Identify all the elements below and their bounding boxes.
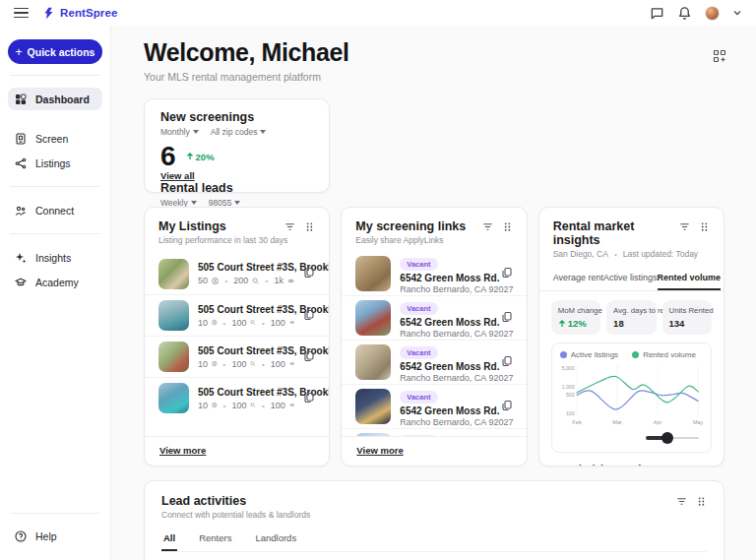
listing-row[interactable]: 505 Court Street #3S, Brooklyn 10 100 10… bbox=[145, 336, 329, 377]
view-more-link[interactable]: View more bbox=[356, 445, 403, 456]
copy-icon[interactable] bbox=[501, 398, 513, 415]
trend-up-icon bbox=[558, 320, 566, 328]
svg-text:Feb: Feb bbox=[572, 419, 582, 425]
property-thumbnail bbox=[355, 300, 391, 336]
view-more-link[interactable]: View more bbox=[159, 445, 206, 456]
tab-all[interactable]: All bbox=[161, 530, 177, 551]
trend-up-icon bbox=[186, 153, 194, 160]
drag-handle-icon[interactable] bbox=[699, 221, 710, 232]
customize-dashboard-icon[interactable] bbox=[713, 49, 726, 63]
listing-row[interactable]: 505 Court Street #3S, Brooklyn 10 100 10… bbox=[145, 294, 329, 336]
drag-handle-icon[interactable] bbox=[304, 221, 315, 232]
caret-down-icon bbox=[191, 201, 197, 205]
insights-chart-box: Active listings Rented volume FebMarAprM… bbox=[551, 342, 712, 453]
lead-activities-card: Lead activities Connect with potential l… bbox=[144, 480, 724, 560]
insights-location: San Diego, CA bbox=[553, 249, 608, 259]
user-avatar[interactable] bbox=[705, 6, 720, 21]
bell-icon[interactable] bbox=[677, 6, 692, 21]
screening-link-row[interactable]: Vacant 6542 Green Moss Rd. Rancho Bernar… bbox=[342, 295, 526, 340]
insights-tabs: Average rent Active listings Rented volu… bbox=[539, 268, 724, 291]
views-icon bbox=[289, 359, 295, 368]
listing-address: 505 Court Street #3S, Brooklyn bbox=[198, 387, 294, 398]
insights-chart: FebMarAprMay5,0001,000500100 bbox=[560, 361, 703, 430]
rentspree-logo[interactable]: RentSpree bbox=[42, 7, 117, 20]
mom-change-chip: MoM change 12% bbox=[551, 300, 600, 335]
tab-rented-volume[interactable]: Rented volume bbox=[658, 268, 722, 290]
tab-active-listings[interactable]: Active listings bbox=[603, 268, 658, 290]
property-city: Rancho Bernardo, CA 92027 bbox=[400, 329, 491, 339]
search-icon bbox=[252, 277, 259, 285]
listing-address: 505 Court Street #3S, Brooklyn bbox=[198, 345, 294, 356]
filter-icon[interactable] bbox=[482, 221, 493, 232]
property-city: Rancho Bernardo, CA 92027 bbox=[400, 284, 491, 294]
chart-range-slider[interactable] bbox=[646, 432, 699, 444]
search-icon bbox=[250, 318, 256, 327]
copy-icon[interactable] bbox=[501, 265, 513, 282]
menu-icon[interactable] bbox=[14, 8, 29, 19]
copy-icon[interactable] bbox=[303, 348, 315, 366]
more-insights-link[interactable]: More insights bbox=[554, 463, 615, 467]
copy-icon[interactable] bbox=[303, 390, 315, 407]
zipcode-filter-dropdown[interactable]: All zip codes bbox=[211, 127, 267, 137]
leads-icon bbox=[212, 318, 218, 327]
listing-stats: 10 100 100 bbox=[198, 401, 294, 410]
caret-down-icon bbox=[260, 130, 266, 134]
filter-icon[interactable] bbox=[676, 496, 687, 507]
period-filter-dropdown[interactable]: Monthly bbox=[160, 127, 199, 137]
stat-card: New screenings Monthly All zip codes 6 bbox=[160, 110, 313, 181]
tab-average-rent[interactable]: Average rent bbox=[553, 268, 603, 290]
sidebar-item-insights[interactable]: Insights bbox=[8, 246, 102, 269]
tab-landlords[interactable]: Landlords bbox=[253, 530, 298, 551]
vacancy-badge: Vacant bbox=[400, 391, 437, 404]
slider-knob[interactable] bbox=[662, 432, 673, 444]
svg-text:Apr: Apr bbox=[654, 419, 662, 425]
screening-link-row[interactable]: Vacant 6542 Green Moss Rd. Rancho Bernar… bbox=[342, 384, 526, 428]
filter-icon[interactable] bbox=[679, 221, 690, 232]
screening-link-row[interactable]: Vacant 6542 Green Moss Rd. Rancho Bernar… bbox=[342, 428, 526, 436]
sidebar-item-academy[interactable]: Academy bbox=[8, 271, 102, 293]
drag-handle-icon[interactable] bbox=[696, 496, 707, 507]
svg-text:Mar: Mar bbox=[612, 419, 622, 425]
chevron-down-icon[interactable] bbox=[732, 8, 742, 18]
search-icon bbox=[250, 359, 256, 368]
sidebar-item-connect[interactable]: Connect bbox=[8, 199, 102, 221]
screening-link-row[interactable]: Vacant 6542 Green Moss Rd. Rancho Bernar… bbox=[342, 340, 526, 384]
tab-renters[interactable]: Renters bbox=[197, 530, 233, 551]
sidebar-item-screen[interactable]: Screen bbox=[8, 127, 102, 150]
listing-row[interactable]: 505 Court Street #3S, Brooklyn 10 100 10… bbox=[145, 377, 329, 418]
property-thumbnail bbox=[355, 389, 391, 424]
my-listings-subtitle: Listing performance in last 30 days bbox=[158, 235, 284, 245]
screening-links-subtitle: Easily share ApplyLinks bbox=[355, 235, 481, 245]
market-insights-title: Rental market insights bbox=[553, 219, 679, 247]
rentspree-logo-icon bbox=[42, 7, 55, 20]
copy-icon[interactable] bbox=[501, 353, 513, 371]
view-report-link[interactable]: View report bbox=[632, 463, 683, 467]
copy-icon[interactable] bbox=[501, 309, 513, 327]
widgets-row: My Listings Listing performance in last … bbox=[144, 207, 724, 467]
drag-handle-icon[interactable] bbox=[502, 221, 513, 232]
insights-stat-chips: MoM change 12% Avg. days to rent 18 Unit… bbox=[539, 291, 724, 335]
screening-link-row[interactable]: Vacant 6542 Green Moss Rd. Rancho Bernar… bbox=[342, 251, 526, 295]
listing-thumbnail bbox=[158, 342, 189, 372]
days-to-rent-chip: Avg. days to rent 18 bbox=[606, 300, 656, 335]
property-thumbnail bbox=[355, 344, 391, 380]
listing-row[interactable]: 505 Court Street #3S, Brooklyn 50 200 1k bbox=[145, 253, 329, 294]
chat-icon[interactable] bbox=[650, 6, 664, 21]
property-address: 6542 Green Moss Rd. bbox=[400, 317, 491, 328]
filter-icon[interactable] bbox=[284, 221, 295, 232]
lead-tabs: All Renters Landlords bbox=[161, 530, 707, 552]
copy-icon[interactable] bbox=[303, 307, 315, 325]
quick-actions-button[interactable]: + Quick actions bbox=[8, 39, 102, 64]
sidebar-item-help[interactable]: Help bbox=[8, 525, 102, 547]
screen-icon bbox=[15, 133, 27, 145]
copy-icon[interactable] bbox=[303, 265, 315, 282]
sidebar-item-dashboard[interactable]: Dashboard bbox=[8, 88, 102, 110]
listing-stats: 10 100 100 bbox=[198, 359, 294, 369]
stat-card-link[interactable]: View all bbox=[160, 170, 195, 181]
sidebar-item-listings[interactable]: Listings bbox=[8, 152, 102, 174]
listing-stats: 10 100 100 bbox=[198, 318, 294, 328]
views-icon bbox=[289, 318, 295, 327]
property-address: 6542 Green Moss Rd. bbox=[400, 273, 491, 283]
vacancy-badge: Vacant bbox=[400, 302, 437, 315]
vacancy-badge: Vacant bbox=[400, 346, 437, 359]
